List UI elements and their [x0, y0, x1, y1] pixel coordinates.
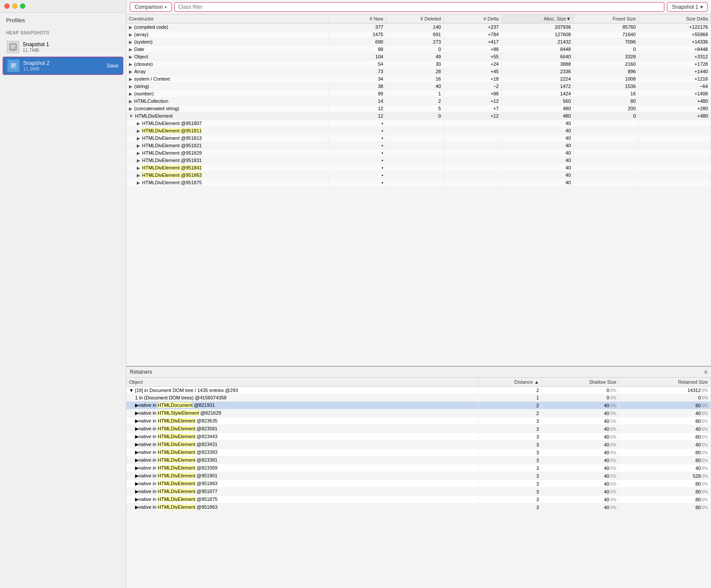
- minimize-button[interactable]: [12, 3, 17, 9]
- snapshot2-info: Snapshot 2 11.9MB: [23, 60, 107, 71]
- close-button[interactable]: [4, 3, 10, 9]
- snapshot-select-label: Snapshot 1: [672, 4, 698, 10]
- header-retained: Retained Size: [619, 378, 711, 387]
- sidebar-section-title: HEAP SNAPSHOTS: [0, 28, 126, 38]
- snapshot-select-button[interactable]: Snapshot 1 ▾: [667, 2, 708, 12]
- retainers-row[interactable]: ▶native in HTMLDivElement @951863 3 400%…: [126, 504, 711, 511]
- table-row[interactable]: ▶(number) 89 1 +88 1424 16 +1408: [126, 90, 711, 98]
- expand-icon: ▼: [129, 114, 133, 118]
- expand-icon: ▶: [129, 91, 132, 96]
- retainers-row[interactable]: ▼ [19] in Document DOM tree / 1435 entri…: [126, 387, 711, 394]
- expand-icon: ▶: [137, 128, 140, 133]
- header-alloc: Alloc. Size▼: [501, 14, 574, 24]
- retainers-header: Retainers ≡: [126, 367, 711, 378]
- retainers-table-scroll[interactable]: Object Distance ▲ Shallow Size Retained …: [126, 378, 711, 588]
- expand-icon: ▶: [137, 180, 140, 185]
- maximize-button[interactable]: [20, 3, 25, 9]
- expand-icon: ▶: [129, 40, 132, 44]
- expand-icon: ▶: [129, 47, 132, 52]
- snapshot1-name: Snapshot 1: [23, 41, 119, 47]
- table-row[interactable]: ▶(system) 690 273 +417 21432 7096 +14336: [126, 38, 711, 46]
- table-row[interactable]: ▶Date 88 0 +88 8448 0 +8448: [126, 46, 711, 53]
- table-header-row: Constructor # New # Deleted # Delta Allo…: [126, 14, 711, 24]
- retainers-row[interactable]: ▶native in HTMLDivElement @823381 3 400%…: [126, 456, 711, 464]
- expand-icon: ▶: [129, 99, 132, 104]
- retainers-row[interactable]: 1 in (Document DOM trees) @4156074358 1 …: [126, 394, 711, 402]
- retainers-row[interactable]: ▶native in HTMLDivElement @823581 3 400%…: [126, 425, 711, 433]
- retainers-table-body: ▼ [19] in Document DOM tree / 1435 entri…: [126, 387, 711, 511]
- header-delta: # Delta: [444, 14, 501, 24]
- table-row[interactable]: ▶system / Context 34 16 +18 2224 1008 +1…: [126, 75, 711, 83]
- retainers-row[interactable]: ▶native in HTMLDivElement @823431 3 400%…: [126, 441, 711, 449]
- expand-icon: ▶: [129, 77, 132, 81]
- snapshot2-save[interactable]: Save: [107, 63, 118, 69]
- class-filter-input[interactable]: [174, 2, 665, 12]
- retainers-row[interactable]: ▶native in HTMLDivElement @823635 3 400%…: [126, 417, 711, 425]
- table-row[interactable]: ▶HTMLDivElement @951829 • 40: [126, 149, 711, 157]
- retainers-row[interactable]: ▶native in HTMLDivElement @951883 3 400%…: [126, 480, 711, 488]
- retainers-row[interactable]: ▶native in HTMLDivElement @951901 3 400%…: [126, 472, 711, 480]
- expand-icon: ▶: [129, 62, 132, 67]
- expand-icon: ▶: [137, 151, 140, 155]
- table-row[interactable]: ▶HTMLDivElement @951841 • 40: [126, 164, 711, 172]
- retainers-row[interactable]: ▶native in HTMLDivElement @823383 3 400%…: [126, 449, 711, 456]
- retainers-section: Retainers ≡ Object Distance ▲ Shallow Si…: [126, 366, 711, 588]
- table-row-expanded[interactable]: ▼HTMLDivElement 12 0 +12 480 0 +480: [126, 112, 711, 120]
- retainers-title: Retainers: [130, 369, 152, 375]
- svg-rect-4: [10, 62, 17, 69]
- table-row[interactable]: ▶HTMLDivElement @951875 • 40: [126, 179, 711, 186]
- table-row[interactable]: ▶HTMLDivElement @951831 • 40: [126, 157, 711, 164]
- table-row[interactable]: ▶HTMLDivElement @951807 • 40: [126, 120, 711, 127]
- sidebar: Profiles HEAP SNAPSHOTS Snapshot 1 11.7M…: [0, 0, 126, 588]
- svg-rect-0: [10, 44, 17, 51]
- retainers-row[interactable]: ▶native in HTMLStyleElement @821629 2 40…: [126, 409, 711, 417]
- expand-icon: ▶: [137, 158, 140, 163]
- snapshot1-size: 11.7MB: [23, 47, 119, 53]
- header-ret-object: Object: [126, 378, 478, 387]
- table-row[interactable]: ▶Array 73 28 +45 2336 896 +1440: [126, 68, 711, 75]
- sidebar-item-snapshot1[interactable]: Snapshot 1 11.7MB: [3, 38, 123, 56]
- table-row[interactable]: ▶(string) 38 40 −2 1472 1536 −64: [126, 83, 711, 90]
- table-row[interactable]: ▶HTMLDivElement @951813 • 40: [126, 135, 711, 142]
- snapshot2-icon: [7, 60, 20, 72]
- sidebar-item-snapshot2[interactable]: Snapshot 2 11.9MB Save: [3, 57, 123, 75]
- window-chrome: [0, 0, 126, 13]
- comparison-label: Comparison: [135, 4, 163, 10]
- snapshot1-icon: [7, 41, 19, 53]
- main-content: Comparison ▾ Snapshot 1 ▾ Constructor # …: [126, 0, 711, 588]
- comparison-chevron: ▾: [165, 5, 167, 10]
- expand-icon: ▶: [129, 84, 132, 89]
- table-row[interactable]: ▶HTMLDivElement @951811 • 40: [126, 127, 711, 135]
- retainers-header-row: Object Distance ▲ Shallow Size Retained …: [126, 378, 711, 387]
- table-row[interactable]: ▶HTMLDivElement @951863 • 40: [126, 172, 711, 179]
- header-sizedelta: Size Delta: [639, 14, 711, 24]
- expand-icon: ▶: [129, 32, 132, 37]
- retainers-row[interactable]: ▶native in HTMLDivElement @951875 3 400%…: [126, 496, 711, 504]
- expand-icon: ▶: [137, 173, 140, 178]
- table-row[interactable]: ▶Object 104 49 +55 6640 3328 +3312: [126, 53, 711, 61]
- retainers-row[interactable]: ▶native in HTMLDivElement @823369 3 400%…: [126, 464, 711, 472]
- table-row[interactable]: ▶HTMLDivElement @951821 • 40: [126, 142, 711, 149]
- table-body: ▶(compiled code) 377 140 +237 207936 857…: [126, 24, 711, 186]
- expand-icon: ▶: [137, 121, 140, 126]
- table-row[interactable]: ▶HTMLCollection 14 2 +12 560 80 +480: [126, 98, 711, 105]
- upper-section: Constructor # New # Deleted # Delta Allo…: [126, 14, 711, 366]
- header-new: # New: [328, 14, 386, 24]
- retainers-table: Object Distance ▲ Shallow Size Retained …: [126, 378, 711, 511]
- retainers-menu-icon[interactable]: ≡: [704, 368, 708, 375]
- header-constructor: Constructor: [126, 14, 328, 24]
- snapshot-chevron: ▾: [700, 4, 703, 10]
- table-row[interactable]: ▶(closure) 54 30 +24 3888 2160 +1728: [126, 61, 711, 68]
- comparison-button[interactable]: Comparison ▾: [130, 2, 172, 12]
- retainers-row[interactable]: ▶native in HTMLDivElement @951877 3 400%…: [126, 488, 711, 496]
- table-row[interactable]: ▶(array) 1475 691 +784 127608 71640 +559…: [126, 31, 711, 38]
- snapshot1-info: Snapshot 1 11.7MB: [23, 41, 119, 53]
- table-row[interactable]: ▶(concatenated string) 12 5 +7 480 200 +…: [126, 105, 711, 112]
- retainers-row-selected[interactable]: ▶native in HTMLDocument @821931 2 400% 8…: [126, 402, 711, 409]
- expand-icon: ▶: [129, 54, 132, 59]
- upper-table-scroll[interactable]: Constructor # New # Deleted # Delta Allo…: [126, 14, 711, 366]
- table-row[interactable]: ▶(compiled code) 377 140 +237 207936 857…: [126, 24, 711, 31]
- retainers-row[interactable]: ▶native in HTMLDivElement @823443 3 400%…: [126, 433, 711, 441]
- toolbar: Comparison ▾ Snapshot 1 ▾: [126, 0, 711, 14]
- header-deleted: # Deleted: [386, 14, 444, 24]
